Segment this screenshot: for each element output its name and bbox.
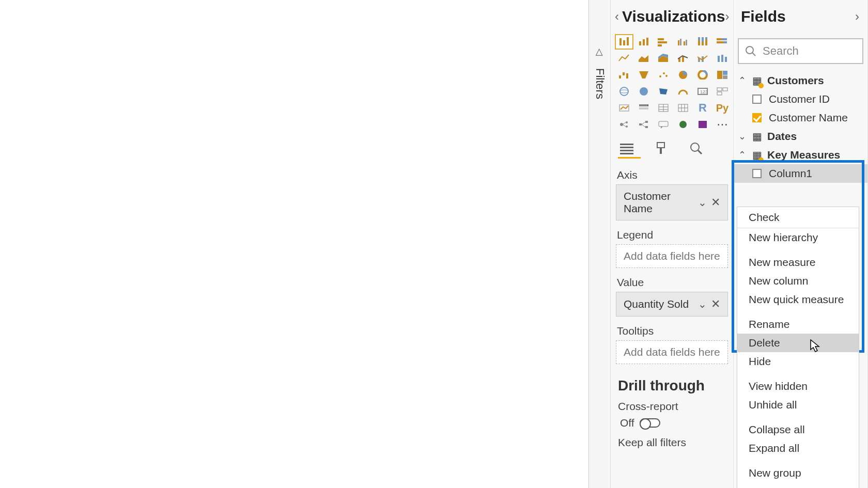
remove-field-icon[interactable]: ✕ <box>711 196 720 209</box>
chevron-down-icon[interactable]: ⌄ <box>698 196 707 209</box>
viz-combo-icon[interactable] <box>674 51 692 66</box>
viz-line-icon[interactable] <box>615 51 633 66</box>
menu-hide[interactable]: Hide <box>737 352 859 371</box>
viz-stacked-area-icon[interactable] <box>654 51 673 66</box>
remove-field-icon[interactable]: ✕ <box>711 297 720 311</box>
cross-report-toggle[interactable] <box>640 418 660 428</box>
table-key-measures[interactable]: ⌃ ▦ Key Measures <box>734 146 867 164</box>
menu-new-quick-measure[interactable]: New quick measure <box>737 290 859 309</box>
expand-icon[interactable]: ⌄ <box>737 131 747 142</box>
viz-pie-icon[interactable] <box>674 67 692 83</box>
viz-waterfall-icon[interactable] <box>615 67 633 83</box>
viz-py-icon[interactable]: Py <box>713 100 732 116</box>
fields-title: Fields <box>738 8 851 25</box>
fields-tab-icon[interactable] <box>618 141 641 159</box>
chevron-down-icon[interactable]: ⌄ <box>698 298 707 310</box>
menu-new-group[interactable]: New group <box>737 464 859 482</box>
menu-expand-all[interactable]: Expand all <box>737 439 859 458</box>
menu-delete[interactable]: Delete <box>737 334 859 352</box>
viz-map-icon[interactable] <box>615 84 633 99</box>
value-well[interactable]: Quantity Sold ⌄ ✕ <box>616 292 728 317</box>
viz-card-icon[interactable]: 123 <box>693 84 712 99</box>
viz-arcgis-icon[interactable] <box>674 117 692 132</box>
field-customer-id[interactable]: Customer ID <box>734 90 867 108</box>
viz-shape-map-icon[interactable] <box>654 84 673 99</box>
svg-rect-5 <box>646 38 648 45</box>
viz-treemap-icon[interactable] <box>713 67 732 83</box>
field-customer-name[interactable]: Customer Name <box>734 108 867 127</box>
axis-well[interactable]: Customer Name ⌄ ✕ <box>616 184 728 221</box>
svg-rect-3 <box>639 41 641 45</box>
viz-slicer-icon[interactable] <box>634 100 653 116</box>
svg-rect-55 <box>639 104 648 106</box>
filters-pane-collapsed[interactable]: ◁ Filters <box>589 0 611 488</box>
svg-rect-42 <box>717 71 722 79</box>
menu-new-hierarchy[interactable]: New hierarchy <box>737 228 859 247</box>
viz-donut-icon[interactable] <box>693 67 712 83</box>
tooltips-well[interactable]: Add data fields here <box>616 340 728 364</box>
menu-new-measure[interactable]: New measure <box>737 253 859 272</box>
collapse-icon[interactable]: ⌃ <box>737 75 747 86</box>
viz-kpi-icon[interactable] <box>615 100 633 116</box>
search-placeholder: Search <box>763 44 799 58</box>
context-menu: Check New hierarchy New measure New colu… <box>737 207 859 488</box>
viz-scatter-icon[interactable] <box>654 67 673 83</box>
menu-rename[interactable]: Rename <box>737 315 859 334</box>
viz-key-influencers-icon[interactable] <box>615 117 633 132</box>
viz-stacked100-icon[interactable] <box>693 34 712 50</box>
checkbox-checked-icon[interactable] <box>752 113 762 122</box>
table-icon: ▦ <box>752 149 762 161</box>
menu-check[interactable]: Check <box>737 207 859 228</box>
table-dates[interactable]: ⌄ ▦ Dates <box>734 127 867 146</box>
viz-qna-icon[interactable] <box>654 117 673 132</box>
field-label: Column1 <box>769 167 812 180</box>
menu-view-hidden[interactable]: View hidden <box>737 377 859 396</box>
svg-point-38 <box>663 72 665 74</box>
collapse-icon[interactable]: ⌃ <box>737 149 747 161</box>
checkbox-icon[interactable] <box>752 95 762 104</box>
svg-rect-32 <box>725 57 727 62</box>
viz-table-icon[interactable] <box>654 100 673 116</box>
viz-decomposition-icon[interactable] <box>634 117 653 132</box>
checkbox-icon[interactable] <box>752 169 762 178</box>
keep-all-filters-label: Keep all filters <box>611 434 733 451</box>
viz-collapse-left-icon[interactable]: ‹ <box>615 9 619 24</box>
analytics-tab-icon[interactable] <box>688 141 711 159</box>
svg-rect-71 <box>639 123 642 125</box>
viz-gauge-icon[interactable] <box>674 84 692 99</box>
menu-collapse-all[interactable]: Collapse all <box>737 420 859 439</box>
fields-collapse-icon[interactable]: › <box>851 9 863 24</box>
viz-more-icon[interactable]: ⋯ <box>713 117 732 132</box>
viz-hbar100-icon[interactable] <box>713 34 732 50</box>
table-customers[interactable]: ⌃ ▦ Customers <box>734 71 867 90</box>
viz-matrix-icon[interactable] <box>674 100 692 116</box>
svg-line-75 <box>642 124 645 127</box>
axis-label: Axis <box>611 165 733 183</box>
viz-filled-map-icon[interactable] <box>634 84 653 99</box>
fields-search-input[interactable]: Search <box>738 38 863 64</box>
viz-hbar-icon[interactable] <box>654 34 673 50</box>
field-column1[interactable]: Column1 <box>734 164 867 183</box>
viz-column-icon[interactable] <box>634 34 653 50</box>
svg-rect-0 <box>619 38 622 45</box>
viz-combo2-icon[interactable] <box>693 51 712 66</box>
viz-stacked-bar-icon[interactable] <box>615 34 633 50</box>
table-name: Key Measures <box>767 149 840 161</box>
svg-rect-33 <box>619 75 621 78</box>
viz-collapse-right-icon[interactable]: › <box>725 9 730 24</box>
menu-unhide-all[interactable]: Unhide all <box>737 396 859 414</box>
viz-funnel-icon[interactable] <box>634 67 653 83</box>
format-tab-icon[interactable] <box>653 141 676 159</box>
viz-r-icon[interactable]: R <box>693 100 712 116</box>
svg-rect-9 <box>678 40 679 45</box>
viz-multi-card-icon[interactable] <box>713 84 732 99</box>
viz-powerapps-icon[interactable] <box>693 117 712 132</box>
legend-well[interactable]: Add data fields here <box>616 244 728 268</box>
svg-line-74 <box>642 122 645 124</box>
viz-clustered-icon[interactable] <box>674 34 692 50</box>
svg-point-46 <box>620 90 628 93</box>
viz-area-icon[interactable] <box>634 51 653 66</box>
menu-new-column[interactable]: New column <box>737 272 859 290</box>
viz-ribbon-icon[interactable] <box>713 51 732 66</box>
report-canvas[interactable] <box>0 0 589 488</box>
